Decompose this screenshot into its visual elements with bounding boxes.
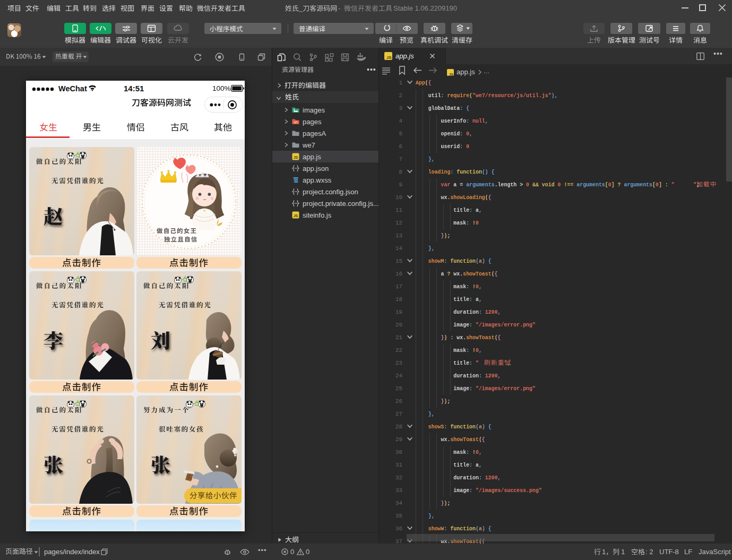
svg-text:JS: JS	[294, 214, 298, 218]
svg-text:JS: JS	[294, 156, 298, 159]
